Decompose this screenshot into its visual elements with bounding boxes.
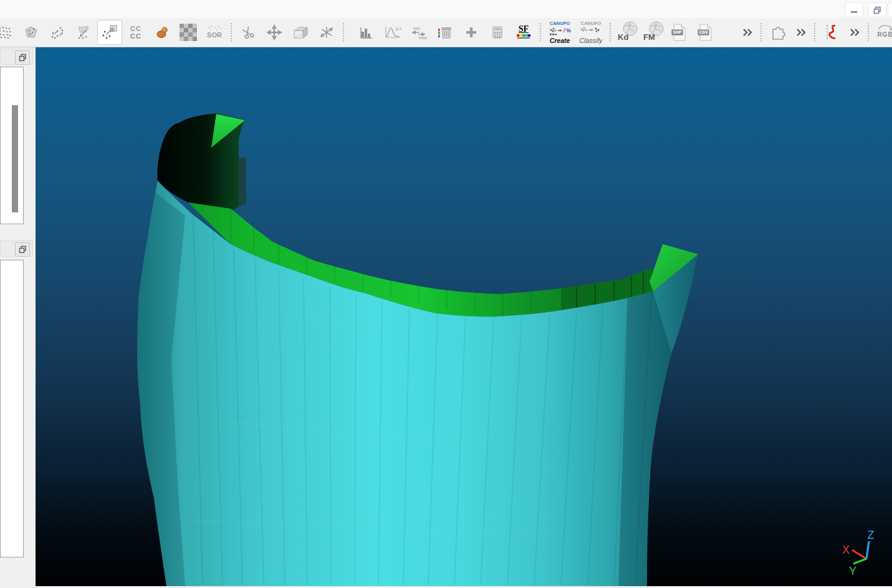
cloudcompare-cc-icon[interactable]: CC CC xyxy=(123,20,148,45)
left-dock xyxy=(0,47,36,586)
export-shp-icon[interactable]: SHP xyxy=(667,20,692,45)
svg-text:SHP: SHP xyxy=(673,30,682,34)
toolbar-separator xyxy=(343,23,344,42)
sf-min-max-icon[interactable]: min max xyxy=(406,20,431,45)
svg-text:Create: Create xyxy=(550,37,570,44)
toolbar-overflow-chevron[interactable] xyxy=(738,20,757,45)
vertical-scrollbar[interactable] xyxy=(12,105,18,212)
toolbar-separator xyxy=(610,23,611,42)
clipping-box-icon[interactable] xyxy=(288,20,313,45)
mesh-render: X Z Y xyxy=(36,47,892,586)
mesh-sampling-icon[interactable] xyxy=(19,20,44,45)
toolbar-overflow-chevron[interactable] xyxy=(792,20,810,45)
sf-add-icon[interactable] xyxy=(459,20,484,45)
top-dock-panel-header[interactable] xyxy=(0,49,33,65)
svg-text:SOR: SOR xyxy=(207,31,222,39)
minimize-button[interactable] xyxy=(845,2,863,17)
point-cloud-dots-icon[interactable] xyxy=(0,20,17,45)
sf-calculator-icon[interactable] xyxy=(485,20,510,45)
sf-delete-icon[interactable] xyxy=(433,20,458,45)
facets-fm-icon[interactable]: FM xyxy=(641,20,666,45)
sf-gaussian-stats-icon[interactable]: μ,σ xyxy=(380,20,405,45)
axis-z-label: Z xyxy=(868,529,875,541)
restore-button[interactable] xyxy=(868,2,886,17)
restore-icon xyxy=(873,6,881,14)
svg-text:CC: CC xyxy=(130,25,141,32)
axis-x-label: X xyxy=(842,544,850,556)
toolbar-separator xyxy=(868,23,869,42)
svg-text:Classify: Classify xyxy=(580,37,603,44)
svg-text:RGB: RGB xyxy=(877,31,892,38)
subsample-points-icon[interactable] xyxy=(45,20,70,45)
svg-text:SF: SF xyxy=(519,24,529,34)
facets-kd-icon[interactable]: Kd xyxy=(615,20,640,45)
toolbar-separator xyxy=(760,23,762,42)
mesh-to-points-icon[interactable] xyxy=(71,20,96,45)
float-panel-button[interactable] xyxy=(15,50,30,65)
toolbar-separator xyxy=(231,23,232,42)
svg-text:CANUPO: CANUPO xyxy=(581,21,602,26)
svg-text:CC: CC xyxy=(130,32,141,40)
bottom-dock-panel-content xyxy=(0,260,24,557)
minimize-icon xyxy=(850,6,858,14)
svg-text:FM: FM xyxy=(643,32,655,42)
sf-histogram-icon[interactable] xyxy=(354,20,379,45)
float-panel-icon xyxy=(19,54,27,62)
translate-rotate-icon[interactable] xyxy=(262,20,287,45)
main-toolbar: CC CC SOR xyxy=(0,18,892,47)
svg-text:min: min xyxy=(413,26,420,31)
top-dock-panel-content xyxy=(0,67,24,224)
toolbar-separator xyxy=(540,23,541,42)
sf-color-scale-icon[interactable]: SF xyxy=(511,20,536,45)
checkerboard-plugin-icon[interactable] xyxy=(176,20,201,45)
export-csv-icon[interactable]: CSV xyxy=(693,20,718,45)
svg-text:max: max xyxy=(419,36,428,40)
svg-text:%: % xyxy=(566,27,571,34)
canupo-classify-icon[interactable]: CANUPO Classify xyxy=(576,20,606,45)
axis-y-label: Y xyxy=(849,565,856,577)
plugins-puzzle-icon[interactable] xyxy=(765,20,790,45)
3d-viewport[interactable]: X Z Y xyxy=(36,47,892,586)
toolbar-separator xyxy=(814,23,815,42)
svg-text:CANUPO: CANUPO xyxy=(550,21,570,26)
rgb-cycle-icon[interactable]: RGB xyxy=(873,20,892,45)
canupo-create-icon[interactable]: CANUPO / % Create xyxy=(545,20,575,45)
title-bar: ✕ xyxy=(0,0,892,19)
cross-section-icon[interactable] xyxy=(314,20,339,45)
svg-text:CSV: CSV xyxy=(699,30,708,34)
point-picking-icon[interactable] xyxy=(97,20,122,45)
svg-text:μ,σ: μ,σ xyxy=(396,26,401,31)
toolbar-overflow-chevron[interactable] xyxy=(845,20,864,45)
float-panel-button[interactable] xyxy=(15,242,30,257)
bottom-dock-panel-header[interactable] xyxy=(0,240,33,257)
svg-text:Kd: Kd xyxy=(618,32,628,42)
orange-blob-plugin-icon[interactable] xyxy=(150,20,175,45)
sor-filter-icon[interactable]: SOR xyxy=(202,20,227,45)
close-button[interactable]: ✕ xyxy=(888,2,892,17)
mesh-inner-facet xyxy=(239,158,246,207)
segment-scissors-icon[interactable] xyxy=(236,20,261,45)
float-panel-icon xyxy=(19,245,27,254)
animation-s-curve-icon[interactable] xyxy=(819,20,844,45)
